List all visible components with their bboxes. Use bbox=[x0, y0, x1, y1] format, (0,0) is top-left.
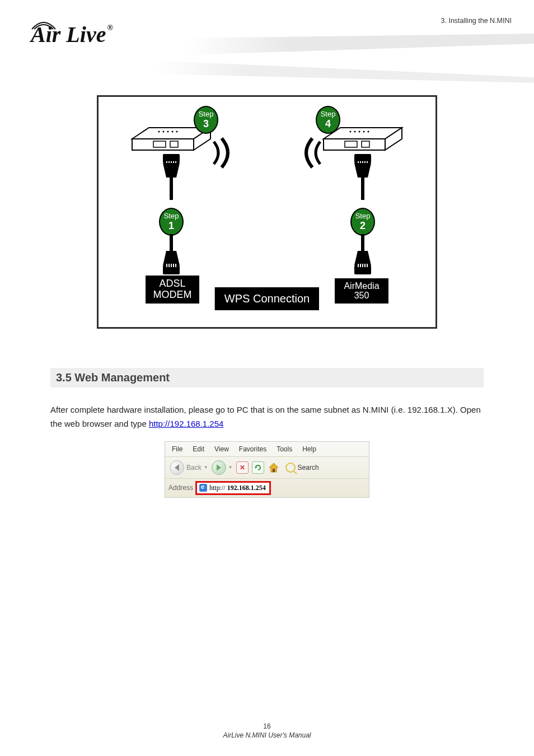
section-paragraph: After complete hardware installation, pl… bbox=[50, 403, 484, 431]
section-heading: 3.5 Web Management bbox=[50, 368, 484, 388]
wireless-wave-right-icon bbox=[298, 136, 324, 176]
search-label: Search bbox=[298, 464, 319, 472]
svg-point-8 bbox=[172, 131, 174, 133]
wireless-wave-left-icon bbox=[210, 136, 236, 176]
dropdown-icon: ▼ bbox=[228, 465, 233, 470]
svg-rect-3 bbox=[153, 141, 166, 147]
search-button[interactable]: Search bbox=[285, 463, 319, 473]
stop-button[interactable]: ✕ bbox=[236, 461, 249, 474]
cable-icon bbox=[163, 154, 180, 200]
dropdown-icon: ▼ bbox=[204, 465, 208, 470]
svg-rect-13 bbox=[345, 141, 357, 147]
cable-icon bbox=[354, 154, 371, 200]
menu-view[interactable]: View bbox=[214, 445, 229, 453]
step-badge-1: Step 1 bbox=[159, 208, 184, 236]
browser-menu-bar: File Edit View Favorites Tools Help bbox=[165, 442, 369, 457]
back-button[interactable]: Back ▼ bbox=[170, 460, 208, 475]
adsl-modem-label: ADSL MODEM bbox=[146, 276, 199, 304]
search-icon bbox=[285, 463, 296, 473]
svg-point-16 bbox=[354, 131, 356, 133]
airmedia-label: AirMedia 350 bbox=[335, 278, 388, 304]
step-label: Step bbox=[321, 110, 336, 118]
browser-screenshot: File Edit View Favorites Tools Help Back… bbox=[165, 441, 369, 498]
wps-diagram: Step 3 Step 4 Step 1 Step 2 bbox=[97, 95, 437, 329]
svg-rect-14 bbox=[362, 141, 369, 147]
header-swoosh-1 bbox=[187, 34, 534, 56]
page-header: Air Live® 3. Installing the N.MINI bbox=[0, 0, 534, 95]
svg-point-6 bbox=[163, 131, 165, 133]
refresh-icon bbox=[254, 464, 262, 472]
home-button[interactable] bbox=[268, 461, 280, 474]
chapter-reference: 3. Installing the N.MINI bbox=[441, 17, 512, 25]
svg-point-9 bbox=[176, 131, 178, 133]
forward-arrow-icon bbox=[212, 460, 226, 475]
step-number: 3 bbox=[195, 119, 217, 129]
back-label: Back bbox=[186, 464, 202, 472]
browser-toolbar: Back ▼ ▼ ✕ Search bbox=[165, 457, 369, 479]
page-number: 16 bbox=[0, 722, 534, 730]
svg-point-15 bbox=[350, 131, 352, 133]
address-box-highlighted: http:// 192.168.1.254 bbox=[195, 481, 271, 495]
ie-icon bbox=[199, 484, 207, 492]
svg-rect-4 bbox=[170, 141, 178, 147]
home-icon bbox=[268, 461, 280, 474]
page-footer: 16 AirLive N.MINI User's Manual bbox=[0, 722, 534, 739]
step-badge-2: Step 2 bbox=[350, 208, 375, 236]
svg-point-19 bbox=[368, 131, 369, 133]
footer-product: AirLive N.MINI User's Manual bbox=[0, 731, 534, 739]
registered-mark: ® bbox=[107, 24, 113, 32]
step-label: Step bbox=[199, 110, 214, 118]
address-prefix: http:// bbox=[209, 484, 227, 492]
diagram-frame: Step 3 Step 4 Step 1 Step 2 bbox=[97, 95, 437, 329]
step-number: 2 bbox=[352, 221, 374, 231]
logo-arc-icon bbox=[31, 18, 57, 30]
svg-rect-22 bbox=[273, 469, 275, 472]
step-number: 4 bbox=[317, 119, 339, 129]
step-label: Step bbox=[164, 212, 179, 220]
management-url-link[interactable]: http://192.168.1.254 bbox=[149, 419, 223, 428]
menu-favorites[interactable]: Favorites bbox=[239, 445, 266, 453]
back-arrow-icon bbox=[170, 460, 184, 475]
step-number: 1 bbox=[160, 221, 182, 231]
cable-icon bbox=[163, 234, 180, 274]
svg-point-18 bbox=[363, 131, 365, 133]
paragraph-text: After complete hardware installation, pl… bbox=[50, 405, 481, 428]
svg-point-7 bbox=[167, 131, 169, 133]
step-badge-4: Step 4 bbox=[316, 106, 340, 134]
svg-point-17 bbox=[359, 131, 360, 133]
forward-button[interactable]: ▼ bbox=[212, 460, 233, 475]
address-bar-row: Address http:// 192.168.1.254 bbox=[165, 479, 369, 497]
footer-product-name: AirLive N.MINI bbox=[223, 731, 266, 739]
wps-connection-label: WPS Connection bbox=[215, 287, 319, 310]
header-swoosh-2 bbox=[153, 60, 534, 83]
brand-logo: Air Live® bbox=[31, 21, 112, 48]
address-host: 192.168.1.254 bbox=[227, 484, 266, 492]
menu-help[interactable]: Help bbox=[302, 445, 316, 453]
footer-manual-label: User's Manual bbox=[266, 731, 311, 739]
cable-icon bbox=[354, 234, 371, 274]
svg-point-5 bbox=[158, 131, 160, 133]
refresh-button[interactable] bbox=[252, 461, 264, 474]
address-input[interactable]: http:// 192.168.1.254 bbox=[209, 484, 266, 492]
menu-edit[interactable]: Edit bbox=[193, 445, 204, 453]
address-label: Address bbox=[168, 484, 193, 492]
step-badge-3: Step 3 bbox=[194, 106, 218, 134]
stop-icon: ✕ bbox=[240, 464, 245, 472]
menu-tools[interactable]: Tools bbox=[277, 445, 292, 453]
menu-file[interactable]: File bbox=[172, 445, 182, 453]
step-label: Step bbox=[355, 212, 371, 220]
